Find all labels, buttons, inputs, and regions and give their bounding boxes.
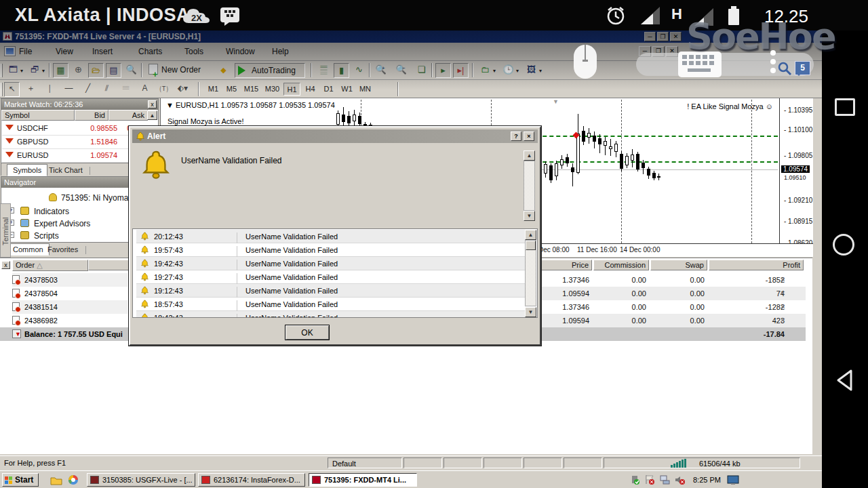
alert-history-row[interactable]: 19:12:43UserName Validation Failed (136, 284, 527, 298)
dialog-close-button[interactable]: × (524, 131, 534, 141)
indicators-dropdown-icon[interactable]: ▾ (493, 68, 496, 74)
flag-tray-icon[interactable] (644, 474, 655, 485)
terminal-toggle[interactable]: ▤ (106, 63, 121, 78)
crosshair-button[interactable]: ⊕ (71, 63, 86, 78)
list-scroll-down[interactable]: ▼ (525, 307, 536, 317)
message-scrollbar[interactable] (524, 161, 535, 211)
timeframe-mn[interactable]: MN (357, 83, 374, 96)
volume-muted-tray-icon[interactable] (674, 474, 685, 485)
column-header-blank[interactable] (88, 260, 129, 270)
new-chart-dropdown-icon[interactable]: ▾ (20, 68, 23, 74)
timeframe-m1[interactable]: M1 (205, 83, 222, 96)
profiles-dropdown-icon[interactable]: ▾ (42, 68, 45, 74)
navigator-item-expert-advisors[interactable]: +Expert Advisors (8, 219, 90, 228)
trendline-tool[interactable]: ╱ (80, 82, 96, 97)
new-order-button[interactable]: New Order+ (146, 63, 212, 78)
alert-history-row[interactable]: 20:12:43UserName Validation Failed (136, 230, 527, 243)
menu-file[interactable]: File (19, 47, 32, 56)
autotrading-button[interactable]: AutoTrading (235, 63, 305, 78)
zoom-out-button[interactable]: 🔍 (393, 63, 409, 78)
candles-button[interactable]: ▮ (334, 63, 349, 78)
chrome-icon[interactable] (68, 474, 79, 485)
taskbar-window-2[interactable]: 62136174: InstaForex-D... (198, 473, 305, 487)
timeframe-m15[interactable]: M15 (241, 83, 261, 96)
show-desktop-icon[interactable] (727, 474, 742, 485)
market-watch-close-icon[interactable]: x (148, 100, 157, 108)
autoscroll-button[interactable]: ▸ (435, 63, 451, 78)
timeframe-h4[interactable]: H4 (302, 83, 319, 96)
message-scroll-up[interactable]: ▲ (524, 150, 535, 161)
market-watch-toggle[interactable]: ▦ (53, 63, 68, 78)
label-tool[interactable]: 🄣 (156, 82, 172, 97)
restore-button[interactable]: ❐ (657, 32, 669, 41)
order-row[interactable]: 24378503 (12, 273, 127, 287)
folder-icon[interactable] (50, 475, 62, 485)
dialog-help-button[interactable]: ? (511, 131, 521, 141)
alert-dialog-title-bar[interactable]: Alert ? × (132, 129, 538, 143)
alert-history-row[interactable]: 19:27:43UserName Validation Failed (136, 270, 527, 284)
col-header-swap[interactable]: Swap (650, 260, 707, 270)
col-header-commission[interactable]: Commission (593, 260, 649, 270)
taskbar-window-3[interactable]: 751395: FXDD-MT4 Li... (309, 473, 417, 487)
menu-view[interactable]: View (56, 47, 73, 56)
chart-system-icon[interactable] (4, 46, 16, 56)
timeframe-h1[interactable]: H1 (283, 83, 300, 96)
zoom-in-button[interactable]: 🔍 (373, 63, 389, 78)
tile-windows-button[interactable]: ❏ (414, 63, 429, 78)
close-trade-icon[interactable]: ✕ (780, 276, 785, 283)
col-header-profit[interactable]: Profit (709, 260, 804, 270)
periods-dropdown-icon[interactable]: ▾ (516, 68, 519, 74)
mw-tab-symbols[interactable]: Symbols (7, 164, 47, 176)
home-button[interactable] (833, 234, 854, 256)
timeframe-w1[interactable]: W1 (338, 83, 355, 96)
timeframe-d1[interactable]: D1 (320, 83, 337, 96)
close-trade-icon[interactable]: ✕ (780, 289, 785, 297)
metaeditor-button[interactable]: ◆ (216, 63, 231, 78)
alert-history-row[interactable]: 18:42:43UserName Validation Failed (136, 311, 527, 318)
profiles-button[interactable]: 🗗 (27, 63, 43, 78)
order-column-header[interactable]: Order △ (12, 260, 88, 271)
list-scroll-up[interactable]: ▲ (525, 230, 536, 240)
chat-badge[interactable]: 5 (795, 61, 810, 75)
templates-dropdown-icon[interactable]: ▾ (539, 68, 542, 74)
navigator-account[interactable]: 751395: Ni Nyoman (49, 193, 133, 203)
linechart-button[interactable]: ∿ (351, 63, 367, 78)
timeframe-m30[interactable]: M30 (262, 83, 282, 96)
mw-tab-tick-chart[interactable]: Tick Chart (49, 166, 83, 174)
vline-tool[interactable]: ｜ (42, 82, 58, 97)
market-watch-scroll-up[interactable]: ▲ (147, 110, 157, 120)
terminal-close-icon[interactable]: x (1, 261, 10, 269)
text-tool[interactable]: A (137, 82, 153, 97)
menu-charts[interactable]: Charts (138, 47, 162, 56)
menu-help[interactable]: Help (272, 47, 289, 56)
order-row[interactable]: 24378504 (12, 287, 127, 300)
profile-cell[interactable]: Default (328, 458, 402, 468)
templates-button[interactable]: 🖼 (524, 63, 539, 78)
shapes-dropdown[interactable]: ⬖▾ (175, 82, 191, 97)
nav-tab-common[interactable]: Common (7, 243, 50, 256)
alert-history-row[interactable]: 19:57:43UserName Validation Failed (136, 243, 527, 257)
alert-history-row[interactable]: 18:57:43UserName Validation Failed (136, 298, 527, 311)
menu-tools[interactable]: Tools (184, 47, 203, 56)
close-button[interactable]: ✕ (670, 32, 682, 41)
menu-insert[interactable]: Insert (92, 47, 113, 56)
price-axis[interactable]: - 1.10395- 1.10100- 1.09805- 1.09210- 1.… (779, 98, 813, 243)
chart-shift-button[interactable]: ▸| (453, 63, 469, 78)
zoom-overlay-icon[interactable] (777, 61, 792, 76)
alert-history-row[interactable]: 19:42:43UserName Validation Failed (136, 257, 527, 270)
close-trade-icon[interactable]: ✕ (780, 303, 785, 310)
timeframe-m5[interactable]: M5 (223, 83, 240, 96)
ok-button[interactable]: OK (285, 325, 330, 340)
new-chart-button[interactable]: 🗔 (5, 63, 21, 78)
message-scroll-down[interactable]: ▼ (524, 211, 535, 221)
taskbar-window-1[interactable]: 3150385: USGFX-Live - [... (87, 473, 195, 487)
navigator-toggle[interactable]: 🗁 (88, 63, 104, 78)
tester-button[interactable]: 🔍 (123, 63, 139, 78)
order-row[interactable]: 24386982 (12, 314, 127, 327)
mw-col-ask[interactable]: Ask (108, 110, 148, 121)
barchart-button[interactable]: 𝄛 (316, 63, 332, 78)
network-tray-icon[interactable] (659, 474, 670, 485)
cursor-tool[interactable]: ↖ (4, 82, 20, 97)
periods-button[interactable]: 🕒 (500, 63, 516, 78)
navigator-item-indicators[interactable]: +Indicators (8, 207, 69, 216)
